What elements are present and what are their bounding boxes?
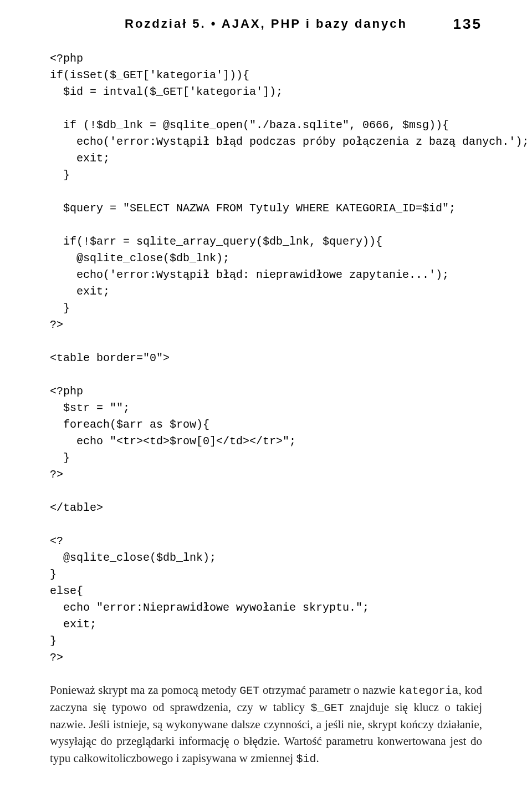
code-listing: <?php if(isSet($_GET['kategoria'])){ $id… xyxy=(50,50,482,666)
inline-code: $_GET xyxy=(310,702,344,714)
chapter-title: Rozdział 5. • AJAX, PHP i bazy danych xyxy=(125,17,407,31)
inline-code: $id xyxy=(296,753,316,765)
body-paragraph: Ponieważ skrypt ma za pomocą metody GET … xyxy=(50,682,482,767)
text: . xyxy=(316,752,319,765)
page-header: Rozdział 5. • AJAX, PHP i bazy danych 13… xyxy=(50,17,482,31)
page-number: 135 xyxy=(453,16,482,33)
text: Ponieważ skrypt ma za pomocą metody xyxy=(50,683,239,697)
inline-code: GET xyxy=(239,684,259,697)
inline-code: kategoria xyxy=(399,684,459,697)
text: otrzymać parametr o nazwie xyxy=(259,683,398,697)
